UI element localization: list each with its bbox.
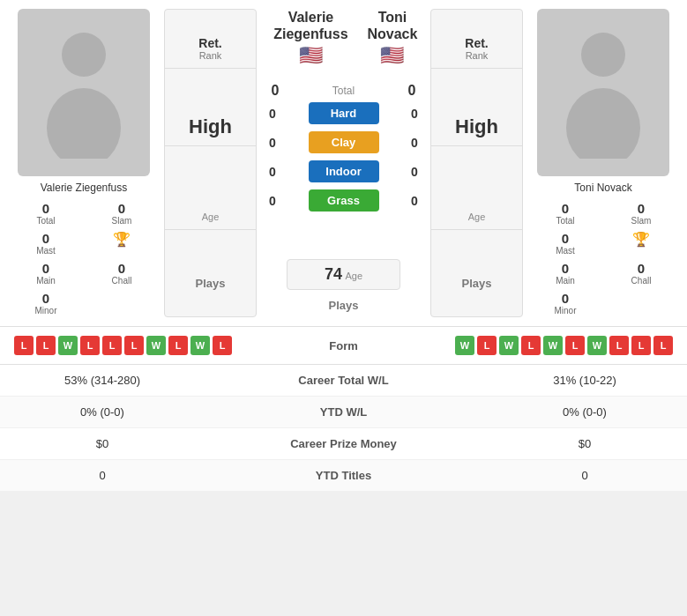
left-age-num — [174, 193, 247, 212]
right-age-num — [440, 193, 513, 212]
center-col: Valerie Ziegenfuss 🇺🇸 Toni Novack 🇺🇸 0 T… — [262, 9, 425, 317]
form-badge: W — [499, 336, 519, 355]
left-total-cell: 0 Total — [9, 199, 83, 227]
right-player-name: Toni Novack — [574, 182, 631, 194]
right-plays-label: Plays — [440, 277, 513, 290]
form-badge: L — [477, 336, 497, 355]
clay-badge: Clay — [309, 131, 379, 153]
right-total-cell: 0 Total — [528, 199, 602, 227]
stats-cell-right: $0 — [497, 437, 673, 450]
svg-point-2 — [581, 33, 625, 77]
svg-point-1 — [47, 88, 121, 159]
left-chall-label: Chall — [86, 276, 157, 286]
main-container: Valerie Ziegenfuss 0 Total 0 Slam 0 Mast… — [0, 0, 687, 492]
center-age-val: 74 — [325, 265, 342, 283]
left-main-cell: 0 Main — [9, 259, 83, 287]
left-chall-cell: 0 Chall — [85, 259, 159, 287]
stats-cell-mid: Career Prize Money — [190, 437, 497, 450]
right-chall-label: Chall — [606, 276, 676, 286]
right-slam-value: 0 — [606, 201, 676, 216]
right-high-block: High — [431, 108, 522, 146]
stats-cell-left: $0 — [14, 437, 190, 450]
form-badge: W — [543, 336, 563, 355]
left-center-name: Valerie Ziegenfuss — [262, 9, 360, 42]
right-slam-label: Slam — [606, 216, 676, 226]
form-badge: L — [521, 336, 541, 355]
left-player-avatar — [18, 9, 150, 176]
total-row: 0 Total 0 — [262, 83, 425, 99]
right-form-badges: WLWLWLWLLL — [455, 336, 673, 355]
form-label: Form — [309, 339, 379, 353]
right-minor-cell: 0 Minor — [528, 289, 602, 317]
left-minor-label: Minor — [11, 306, 81, 315]
surface-row-clay: 0 Clay 0 — [262, 131, 425, 153]
grass-badge: Grass — [309, 189, 379, 212]
right-rank-label: Rank — [440, 50, 513, 61]
right-main-label: Main — [530, 276, 601, 286]
stats-cell-mid: Career Total W/L — [190, 374, 497, 387]
center-plays-label: Plays — [287, 293, 400, 317]
left-trophy-icon-cell: 🏆 — [85, 229, 159, 257]
surface-row-hard: 0 Hard 0 — [262, 102, 425, 124]
indoor-badge: Indoor — [309, 160, 379, 182]
right-minor-label: Minor — [530, 306, 601, 315]
left-form-badges: LLWLLLWLWL — [14, 336, 232, 355]
surface-row-indoor: 0 Indoor 0 — [262, 160, 425, 182]
left-age-block: Age — [165, 186, 256, 230]
left-plays-block: Plays — [165, 270, 256, 297]
right-stats-panel: Ret. Rank High Age Plays — [430, 9, 523, 317]
right-center-name-card: Toni Novack 🇺🇸 — [360, 9, 425, 67]
left-minor-value: 0 — [11, 291, 81, 306]
form-badge: L — [102, 336, 122, 355]
right-age-label: Age — [440, 212, 513, 222]
left-main-label: Main — [11, 276, 81, 286]
left-mast-label: Mast — [11, 246, 81, 256]
grass-right-val: 0 — [404, 194, 425, 208]
left-slam-label: Slam — [86, 216, 157, 226]
clay-left-val: 0 — [262, 136, 283, 150]
stats-cell-left: 0% (0-0) — [14, 405, 190, 419]
total-left-val: 0 — [262, 83, 288, 99]
left-plays-label: Plays — [174, 277, 247, 290]
form-badge: L — [124, 336, 144, 355]
svg-point-0 — [62, 33, 106, 77]
left-high-block: High — [165, 108, 256, 146]
form-badge: W — [190, 336, 210, 355]
right-chall-cell: 0 Chall — [604, 259, 678, 287]
right-mast-cell: 0 Mast — [528, 229, 602, 257]
right-slam-cell: 0 Slam — [604, 199, 678, 227]
left-rank-label: Rank — [174, 50, 247, 61]
left-trophy-icon: 🏆 — [113, 232, 131, 247]
clay-right-val: 0 — [404, 136, 425, 150]
left-rank-block: Ret. Rank — [165, 29, 256, 69]
center-age-label: Age — [346, 271, 363, 281]
form-badge: W — [587, 336, 607, 355]
form-badge: W — [455, 336, 474, 355]
stats-cell-mid: YTD W/L — [190, 405, 497, 419]
right-minor-value: 0 — [530, 291, 601, 306]
form-badge: L — [609, 336, 629, 355]
left-total-value: 0 — [11, 201, 81, 216]
left-stats-panel: Ret. Rank High Age Plays — [164, 9, 257, 317]
hard-left-val: 0 — [262, 107, 283, 121]
left-player-name: Valerie Ziegenfuss — [41, 182, 128, 194]
stats-row: 0YTD Titles0 — [0, 460, 687, 492]
center-age-row: 74 Age — [262, 259, 425, 290]
left-center-flag: 🇺🇸 — [262, 44, 360, 67]
surface-row-grass: 0 Grass 0 — [262, 189, 425, 212]
left-high-value: High — [174, 115, 247, 138]
stats-cell-right: 0 — [497, 469, 673, 482]
form-badge: L — [36, 336, 56, 355]
stats-row: 0% (0-0)YTD W/L0% (0-0) — [0, 397, 687, 428]
right-center-name: Toni Novack — [360, 9, 425, 42]
right-plays-block: Plays — [431, 270, 522, 297]
form-badge: W — [146, 336, 166, 355]
form-badge: L — [653, 336, 673, 355]
hard-badge: Hard — [309, 102, 379, 124]
left-minor-cell: 0 Minor — [9, 289, 83, 317]
stats-cell-mid: YTD Titles — [190, 469, 497, 482]
right-player-stats-grid: 0 Total 0 Slam 0 Mast 🏆 0 Main — [528, 199, 678, 317]
left-mast-cell: 0 Mast — [9, 229, 83, 257]
stats-row: 53% (314-280)Career Total W/L31% (10-22) — [0, 365, 687, 397]
left-center-name-card: Valerie Ziegenfuss 🇺🇸 — [262, 9, 360, 67]
